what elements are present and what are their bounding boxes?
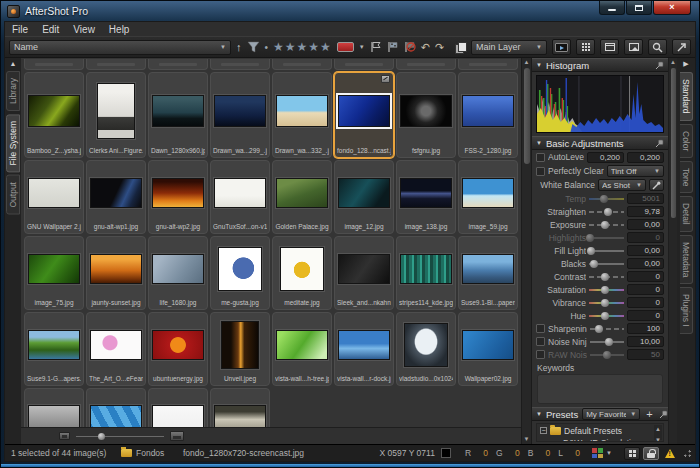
- white-balance-eyedropper-button[interactable]: [649, 179, 664, 191]
- thumbnail-cell[interactable]: [86, 388, 146, 427]
- collapse-icon[interactable]: ▼: [536, 62, 542, 68]
- lock-button[interactable]: [643, 447, 659, 460]
- perfectly-clear-checkbox[interactable]: [536, 167, 545, 176]
- tab-metadata[interactable]: Metadata: [680, 235, 693, 284]
- thumbnail-cell[interactable]: fsfgnu.jpg: [396, 72, 456, 158]
- add-preset-button[interactable]: +: [646, 409, 652, 419]
- thumbnail-cell[interactable]: GnuTuxSof...on-v1.jpg: [210, 160, 270, 234]
- autolevel-checkbox[interactable]: [536, 153, 545, 162]
- collapse-right-panel-icon[interactable]: ▶: [683, 60, 688, 68]
- scrollbar-thumb[interactable]: [524, 68, 530, 164]
- thumbnail-cell[interactable]: Unveil.jpeg: [210, 312, 270, 386]
- thumbnail-cell-partial[interactable]: [396, 59, 456, 70]
- slider-handle[interactable]: [600, 195, 608, 203]
- thumbnail-cell[interactable]: vista-wall...r-dock.jpg: [334, 312, 394, 386]
- highlights-value-field[interactable]: 0: [627, 232, 664, 243]
- maximize-button[interactable]: [626, 1, 652, 15]
- scroll-down-icon[interactable]: ▼: [524, 435, 530, 444]
- tree-collapse-icon[interactable]: −: [540, 427, 547, 434]
- preset-folder-row[interactable]: − Default Presets: [537, 424, 663, 437]
- slideshow-button[interactable]: [552, 39, 571, 55]
- keywords-input[interactable]: [537, 374, 663, 404]
- thumbnail-cell[interactable]: image_75.jpg: [24, 236, 84, 310]
- thumbnail-cell[interactable]: image_138.jpg: [396, 160, 456, 234]
- noise-ninja-value-field[interactable]: 10,00: [627, 336, 664, 347]
- collapse-left-panel-icon[interactable]: ▲: [10, 60, 17, 67]
- thumbnail-cell[interactable]: gnu-alt-wp1.jpg: [86, 160, 146, 234]
- tab-library[interactable]: Library: [6, 71, 20, 111]
- thumbnail-cell-partial[interactable]: [148, 59, 208, 70]
- scroll-up-icon[interactable]: ▲: [670, 58, 676, 67]
- saturation-value-field[interactable]: 0: [627, 284, 664, 295]
- hue-slider[interactable]: [589, 311, 624, 320]
- tab-standard[interactable]: Standard: [680, 72, 693, 121]
- presets-scrollbar[interactable]: ▲ ▼: [654, 425, 662, 440]
- perfectly-clear-dropdown[interactable]: Tint Off ▼: [607, 165, 664, 177]
- warnings-button[interactable]: [662, 447, 678, 460]
- saturation-slider[interactable]: [589, 285, 624, 294]
- flag-rejected-icon[interactable]: [404, 41, 416, 53]
- pin-icon[interactable]: [659, 410, 668, 419]
- dual-monitor-button[interactable]: [624, 447, 640, 460]
- straighten-slider[interactable]: [589, 207, 624, 216]
- slider-handle[interactable]: [601, 286, 609, 294]
- no-rating-icon[interactable]: •: [265, 42, 269, 53]
- thumbnail-cell-partial[interactable]: [210, 59, 270, 70]
- thumbnail-cell[interactable]: jaunty-sunset.jpg: [86, 236, 146, 310]
- thumbnail-cell-partial[interactable]: [24, 59, 84, 70]
- basic-adjustments-header[interactable]: ▼ Basic Adjustments: [532, 136, 668, 150]
- sharpening-checkbox[interactable]: [536, 324, 545, 333]
- autolevel-high-field[interactable]: 0,200: [627, 152, 664, 163]
- tab-color[interactable]: Color: [680, 124, 693, 158]
- slider-handle[interactable]: [603, 351, 611, 359]
- magnifier-button[interactable]: [648, 39, 667, 55]
- thumbnail-cell[interactable]: [148, 388, 208, 427]
- slider-handle[interactable]: [601, 221, 609, 229]
- thumbnail-cell[interactable]: GNU Wallpaper 2.jpg: [24, 160, 84, 234]
- vibrance-slider[interactable]: [589, 298, 624, 307]
- flag-picked-icon[interactable]: [387, 41, 399, 53]
- resize-grip[interactable]: [684, 450, 691, 457]
- thumbnail-cell[interactable]: Clerks Ani...Figure.jpg: [86, 72, 146, 158]
- slider-handle[interactable]: [586, 234, 594, 242]
- thumbnail-cell-partial[interactable]: [458, 59, 518, 70]
- chevron-down-icon[interactable]: ▼: [606, 450, 612, 456]
- star-icon[interactable]: ★: [320, 40, 332, 54]
- contrast-slider[interactable]: [589, 272, 624, 281]
- small-thumbnails-icon[interactable]: [59, 432, 70, 440]
- slider-handle[interactable]: [587, 247, 595, 255]
- tab-tone[interactable]: Tone: [680, 161, 693, 193]
- thumbnail-cell[interactable]: vista-wall...h-tree.jpg: [272, 312, 332, 386]
- slider-handle[interactable]: [604, 208, 612, 216]
- rotate-right-icon[interactable]: ↷: [435, 42, 444, 53]
- thumbnail-cell[interactable]: Golden Palace.jpg: [272, 160, 332, 234]
- filter-icon[interactable]: [247, 41, 260, 53]
- rotate-left-icon[interactable]: ↶: [421, 42, 430, 53]
- slider-handle[interactable]: [601, 299, 609, 307]
- temp-value-field[interactable]: 5001: [627, 193, 664, 204]
- vibrance-value-field[interactable]: 0: [627, 297, 664, 308]
- thumbnail-cell[interactable]: Drawn_wa...299_.jpg: [210, 72, 270, 158]
- blacks-slider[interactable]: [589, 259, 624, 268]
- thumbnail-cell[interactable]: Drawn_wa...332_.jpg: [272, 72, 332, 158]
- preset-item-b-w-ir-simulation[interactable]: B&W - IR Simulation: [537, 437, 663, 442]
- presets-header[interactable]: ▼ Presets My Favorites ▼ +: [532, 407, 668, 421]
- thumbnail-cell[interactable]: Sleek_and...nkahn.jpg: [334, 236, 394, 310]
- highlights-slider[interactable]: [589, 233, 624, 242]
- thumbnail-cell[interactable]: The_Art_O...eFear.jpg: [86, 312, 146, 386]
- thumbnail-cell[interactable]: image_59.jpg: [458, 160, 518, 234]
- thumbnail-cell[interactable]: Suse9.1-Bl...papers.jpg: [458, 236, 518, 310]
- thumbnail-cell-partial[interactable]: [334, 59, 394, 70]
- thumbnail-cell[interactable]: life_1680.jpg: [148, 236, 208, 310]
- exposure-value-field[interactable]: 0,00: [627, 219, 664, 230]
- color-management-icon[interactable]: [592, 448, 603, 458]
- thumbnail-cell[interactable]: vladstudio...0x1024.jpg: [396, 312, 456, 386]
- white-balance-dropdown[interactable]: As Shot ▼: [598, 179, 646, 191]
- raw-noise-checkbox[interactable]: [536, 350, 545, 359]
- slider-handle[interactable]: [98, 433, 105, 440]
- star-icon[interactable]: ★: [273, 40, 285, 54]
- star-icon[interactable]: ★: [297, 40, 309, 54]
- thumbnail-cell[interactable]: image_12.jpg: [334, 160, 394, 234]
- star-icon[interactable]: ★: [308, 40, 320, 54]
- noise-ninja-checkbox[interactable]: [536, 337, 545, 346]
